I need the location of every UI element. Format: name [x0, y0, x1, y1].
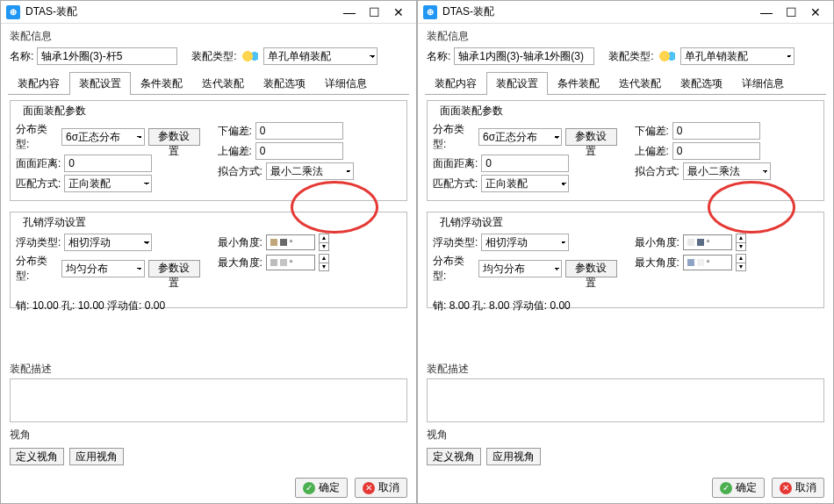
low-dev-label: 下偏差:	[218, 124, 252, 139]
match-label: 匹配方式:	[433, 176, 478, 191]
desc-label: 装配描述	[418, 356, 833, 378]
ok-button[interactable]: ✓确定	[295, 478, 348, 498]
low-dev-input[interactable]	[672, 122, 760, 140]
face-dist-input[interactable]	[481, 155, 569, 172]
tab-0[interactable]: 装配内容	[425, 72, 486, 95]
float-type-label: 浮动类型:	[16, 235, 61, 250]
min-angle-spinner[interactable]: ▲▼	[736, 234, 746, 251]
param-settings-button-2[interactable]: 参数设置	[565, 260, 617, 277]
x-icon: ✕	[780, 482, 792, 494]
minimize-button[interactable]: —	[754, 4, 779, 21]
info-section-label: 装配信息	[1, 24, 416, 46]
fit-label: 拟合方式:	[218, 164, 262, 179]
dist-type-select[interactable]: 6σ正态分布	[478, 128, 562, 146]
define-view-button[interactable]: 定义视角	[427, 448, 481, 465]
close-button[interactable]: ✕	[386, 4, 411, 21]
low-dev-input[interactable]	[255, 122, 343, 140]
info-section-label: 装配信息	[418, 24, 833, 46]
float-type-select[interactable]: 相切浮动	[64, 234, 152, 251]
up-dev-label: 上偏差:	[218, 144, 252, 159]
float-type-select[interactable]: 相切浮动	[481, 234, 569, 251]
tab-5[interactable]: 详细信息	[315, 72, 377, 95]
app-icon: ⊕	[423, 5, 437, 19]
minimize-button[interactable]: —	[337, 4, 362, 21]
low-dev-label: 下偏差:	[635, 124, 669, 139]
tab-2[interactable]: 条件装配	[131, 72, 192, 95]
param-settings-button[interactable]: 参数设置	[565, 128, 617, 146]
tab-1[interactable]: 装配设置	[69, 72, 131, 95]
apply-view-button[interactable]: 应用视角	[69, 448, 124, 465]
float-settings-group: 孔销浮动设置 浮动类型: 相切浮动 分布类型: 均匀分布 参数设置 最小角度:	[10, 212, 407, 308]
name-label: 名称:	[427, 49, 450, 64]
max-angle-spinner[interactable]: ▲▼	[319, 254, 329, 271]
max-angle-swatch[interactable]: °	[683, 255, 732, 270]
up-dev-input[interactable]	[255, 142, 343, 160]
cancel-button[interactable]: ✕取消	[772, 478, 824, 498]
check-icon: ✓	[303, 482, 315, 494]
max-angle-swatch[interactable]: °	[266, 255, 315, 270]
define-view-button[interactable]: 定义视角	[10, 448, 64, 465]
dist2-select[interactable]: 均匀分布	[478, 260, 562, 277]
dist-type-label: 分布类型:	[16, 122, 58, 152]
assembly-type-select[interactable]: 单孔单销装配	[263, 47, 377, 65]
match-select[interactable]: 正向装配	[481, 175, 569, 192]
cancel-button[interactable]: ✕取消	[355, 478, 407, 498]
fit-select[interactable]: 最小二乘法	[266, 162, 354, 180]
up-dev-input[interactable]	[672, 142, 760, 160]
face-dist-label: 面面距离:	[433, 156, 478, 171]
tab-bar: 装配内容装配设置条件装配迭代装配装配选项详细信息	[425, 72, 826, 95]
param-settings-button-2[interactable]: 参数设置	[148, 260, 200, 277]
name-input[interactable]	[454, 47, 594, 65]
x-icon: ✕	[363, 482, 375, 494]
tab-0[interactable]: 装配内容	[8, 72, 69, 95]
tab-1[interactable]: 装配设置	[486, 72, 548, 95]
fit-select[interactable]: 最小二乘法	[683, 162, 771, 180]
maximize-button[interactable]: ☐	[362, 4, 386, 21]
type-label: 装配类型:	[608, 49, 653, 64]
assembly-type-select[interactable]: 单孔单销装配	[680, 47, 794, 65]
dist2-label: 分布类型:	[16, 254, 58, 284]
desc-textarea[interactable]	[10, 378, 407, 423]
face-params-title: 面面装配参数	[436, 104, 507, 119]
face-dist-input[interactable]	[64, 155, 152, 172]
close-button[interactable]: ✕	[803, 4, 828, 21]
face-params-group: 面面装配参数 分布类型: 6σ正态分布 参数设置 面面距离: 匹配方式: 正向装…	[427, 100, 824, 201]
float-status-line: 销: 10.00 孔: 10.00 浮动值: 0.00	[16, 299, 401, 313]
tab-bar: 装配内容装配设置条件装配迭代装配装配选项详细信息	[8, 72, 409, 95]
view-label: 视角	[1, 422, 416, 444]
window-title: DTAS-装配	[442, 4, 754, 19]
tab-2[interactable]: 条件装配	[548, 72, 609, 95]
maximize-button[interactable]: ☐	[779, 4, 803, 21]
view-label: 视角	[418, 422, 833, 444]
match-label: 匹配方式:	[16, 176, 61, 191]
float-status-line: 销: 8.00 孔: 8.00 浮动值: 0.00	[433, 299, 818, 313]
tab-5[interactable]: 详细信息	[732, 72, 794, 95]
apply-view-button[interactable]: 应用视角	[486, 448, 541, 465]
max-angle-label: 最大角度:	[218, 256, 262, 270]
min-angle-swatch[interactable]: °	[266, 234, 315, 250]
tab-4[interactable]: 装配选项	[254, 72, 315, 95]
tab-4[interactable]: 装配选项	[671, 72, 732, 95]
face-dist-label: 面面距离:	[16, 156, 61, 171]
desc-label: 装配描述	[1, 356, 416, 378]
match-select[interactable]: 正向装配	[64, 175, 152, 192]
param-settings-button[interactable]: 参数设置	[148, 128, 200, 146]
max-angle-label: 最大角度:	[635, 256, 679, 270]
dist-type-select[interactable]: 6σ正态分布	[61, 128, 145, 146]
assembly-type-icon	[242, 49, 258, 63]
float-settings-title: 孔销浮动设置	[19, 215, 90, 230]
ok-button[interactable]: ✓确定	[712, 478, 765, 498]
max-angle-spinner[interactable]: ▲▼	[736, 254, 746, 271]
name-input[interactable]	[37, 47, 177, 65]
float-settings-title: 孔销浮动设置	[436, 215, 507, 230]
type-label: 装配类型:	[191, 49, 236, 64]
min-angle-swatch[interactable]: °	[683, 234, 732, 250]
tab-3[interactable]: 迭代装配	[192, 72, 254, 95]
tab-3[interactable]: 迭代装配	[609, 72, 671, 95]
desc-textarea[interactable]	[427, 378, 824, 423]
min-angle-spinner[interactable]: ▲▼	[319, 234, 329, 251]
check-icon: ✓	[720, 482, 732, 494]
dist-type-label: 分布类型:	[433, 122, 475, 152]
dist2-select[interactable]: 均匀分布	[61, 260, 145, 277]
assembly-type-icon	[659, 49, 675, 63]
